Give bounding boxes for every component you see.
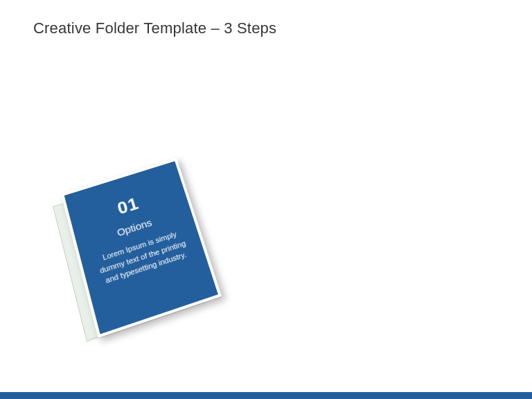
card-number: 01: [115, 193, 141, 219]
card-subtitle: Options: [116, 217, 153, 239]
bottom-accent-bar: [0, 392, 532, 399]
slide-title: Creative Folder Template – 3 Steps: [33, 19, 276, 37]
folder-card: 01 Options Lorem Ipsum is simply dummy t…: [40, 173, 213, 367]
card-body-text: Lorem Ipsum is simply dummy text of the …: [91, 226, 194, 289]
